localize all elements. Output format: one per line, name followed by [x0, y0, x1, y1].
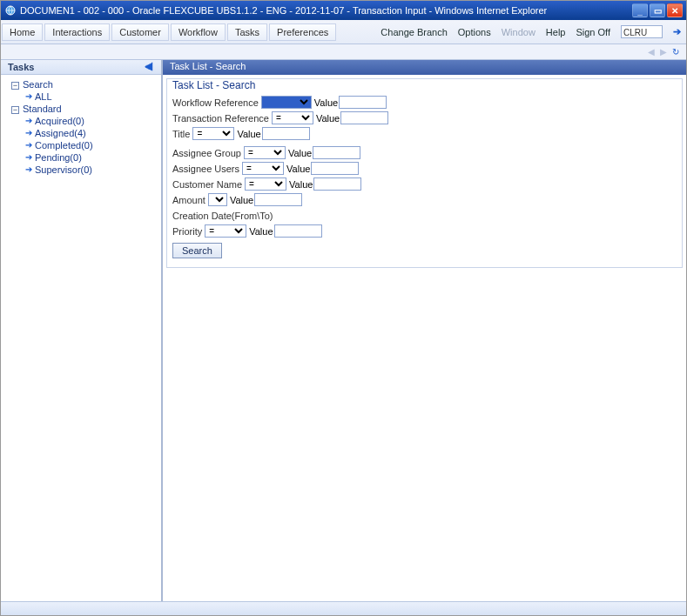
link-change-branch[interactable]: Change Branch [381, 27, 447, 37]
label-assignee-group: Assignee Group [172, 148, 241, 158]
label-title: Title [172, 129, 190, 139]
link-signoff[interactable]: Sign Off [576, 27, 610, 37]
op-priority[interactable]: = [205, 224, 246, 238]
panel-title: Task List - Search [172, 79, 677, 91]
label-amount: Amount [172, 195, 205, 205]
app-menu-bar: Home Interactions Customer Workflow Task… [1, 20, 686, 44]
arrow-icon: ➔ [25, 151, 32, 164]
input-assignee-users[interactable] [311, 162, 359, 175]
input-amount[interactable] [254, 193, 302, 206]
next-icon[interactable]: ▶ [660, 47, 667, 57]
maximize-button[interactable]: ▭ [650, 3, 665, 17]
tree-label: Completed(0) [35, 139, 93, 151]
op-workflow-ref[interactable] [261, 96, 312, 109]
label-priority: Priority [172, 226, 202, 237]
link-options[interactable]: Options [458, 27, 491, 37]
tree-child-completed[interactable]: ➔Completed(0) [6, 139, 156, 151]
link-help[interactable]: Help [546, 27, 566, 37]
label-workflow-ref: Workflow Reference [172, 97, 259, 108]
window-controls: _ ▭ ✕ [632, 3, 683, 17]
menu-tasks[interactable]: Tasks [227, 23, 267, 41]
op-assignee-group[interactable]: = [244, 146, 286, 159]
op-txn-ref[interactable]: = [272, 111, 313, 124]
menu-workflow[interactable]: Workflow [171, 23, 226, 41]
input-workflow-ref[interactable] [339, 96, 387, 109]
tree-child-all[interactable]: ➔ALL [6, 90, 156, 103]
tree-child-assigned[interactable]: ➔Assigned(4) [6, 127, 156, 139]
window-title: DOCUMEN1 - 002 - 000 - Oracle FLEXCUBE U… [20, 5, 632, 16]
tree-child-pending[interactable]: ➔Pending(0) [6, 151, 156, 164]
menu-interactions[interactable]: Interactions [44, 23, 110, 41]
input-priority[interactable] [274, 224, 322, 238]
input-assignee-group[interactable] [313, 146, 360, 159]
window-title-bar: DOCUMEN1 - 002 - 000 - Oracle FLEXCUBE U… [1, 1, 686, 20]
op-title[interactable]: = [192, 127, 234, 140]
minimize-button[interactable]: _ [632, 3, 648, 17]
label-value: Value [237, 129, 260, 139]
arrow-icon: ➔ [25, 164, 32, 176]
tree-node-search[interactable]: −Search [6, 78, 156, 90]
go-arrow-icon[interactable]: ➔ [673, 26, 681, 37]
label-txn-ref: Transaction Reference [172, 113, 269, 124]
tree-toggle-icon[interactable]: − [11, 82, 19, 90]
main-area: Tasks ⯇ −Search ➔ALL −Standard ➔Acquired… [1, 60, 686, 616]
tree-label: Acquired(0) [35, 115, 84, 127]
label-value: Value [314, 97, 338, 108]
content-pane: Task List - Search Task List - Search Wo… [163, 60, 686, 616]
menu-home[interactable]: Home [2, 23, 43, 41]
refresh-icon[interactable]: ↻ [672, 47, 679, 57]
collapse-arrow-icon[interactable]: ⯇ [145, 62, 154, 72]
tree-label: Assigned(4) [35, 127, 86, 139]
op-customer-name[interactable]: = [245, 177, 286, 191]
input-title[interactable] [262, 127, 310, 140]
tree-label-all: ALL [35, 90, 52, 103]
task-tree: −Search ➔ALL −Standard ➔Acquired(0) ➔Ass… [1, 75, 161, 179]
arrow-icon: ➔ [25, 90, 32, 103]
status-bar [1, 601, 686, 615]
close-button[interactable]: ✕ [667, 3, 683, 17]
sub-toolbar: ◀ ▶ ↻ [1, 44, 686, 60]
label-value: Value [286, 164, 310, 174]
arrow-icon: ➔ [25, 139, 32, 151]
prev-icon[interactable]: ◀ [648, 47, 655, 57]
sidebar: Tasks ⯇ −Search ➔ALL −Standard ➔Acquired… [1, 60, 163, 616]
tree-label-standard: Standard [23, 104, 62, 114]
label-value: Value [249, 226, 273, 237]
label-creation-date: Creation Date(From\To) [172, 211, 273, 221]
input-customer-name[interactable] [313, 177, 361, 191]
label-value: Value [316, 113, 340, 124]
arrow-icon: ➔ [25, 115, 32, 127]
tree-child-acquired[interactable]: ➔Acquired(0) [6, 115, 156, 127]
tree-label-search: Search [23, 79, 53, 90]
search-button[interactable]: Search [172, 243, 222, 258]
menu-customer[interactable]: Customer [111, 23, 169, 41]
label-assignee-users: Assignee Users [172, 164, 239, 174]
search-panel: Task List - Search Workflow Reference Va… [166, 78, 683, 268]
label-customer-name: Customer Name [172, 179, 242, 190]
label-value: Value [288, 148, 312, 158]
tree-toggle-icon[interactable]: − [11, 106, 19, 114]
tree-node-standard[interactable]: −Standard [6, 103, 156, 115]
sidebar-title-bar: Tasks ⯇ [1, 60, 161, 75]
label-value: Value [289, 179, 313, 190]
ie-icon [4, 4, 17, 17]
arrow-icon: ➔ [25, 127, 32, 139]
top-right-links: Change Branch Options Window Help Sign O… [381, 25, 686, 38]
tree-child-supervisor[interactable]: ➔Supervisor(0) [6, 164, 156, 176]
label-value: Value [230, 195, 253, 205]
sidebar-title: Tasks [8, 62, 34, 72]
menu-preferences[interactable]: Preferences [269, 23, 336, 41]
op-assignee-users[interactable]: = [242, 162, 284, 175]
content-header: Task List - Search [163, 60, 686, 75]
input-txn-ref[interactable] [340, 111, 388, 124]
link-window: Window [502, 27, 535, 37]
tree-label: Pending(0) [35, 151, 82, 164]
op-amount[interactable]: = [208, 193, 227, 206]
branch-code-field[interactable]: CLRU [621, 25, 663, 38]
tree-label: Supervisor(0) [35, 164, 92, 176]
main-menu: Home Interactions Customer Workflow Task… [1, 22, 337, 43]
